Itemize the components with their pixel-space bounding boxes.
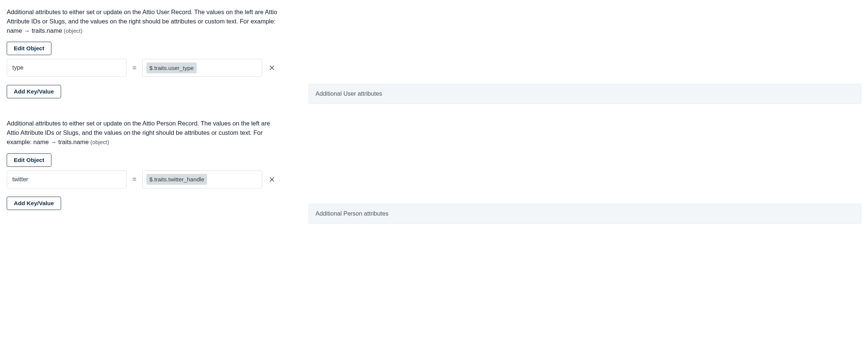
description-text: Additional attributes to either set or u…	[7, 119, 282, 146]
description-type: (object)	[91, 139, 109, 145]
close-icon	[269, 176, 275, 182]
attribute-section-person: Additional attributes to either set or u…	[7, 119, 282, 210]
add-key-value-button[interactable]: Add Key/Value	[7, 85, 61, 98]
value-token: $.traits.twitter_handle	[146, 174, 207, 185]
key-input[interactable]	[7, 171, 127, 188]
equals-sign: =	[132, 63, 137, 73]
remove-row-button[interactable]	[267, 63, 276, 72]
value-token: $.traits.user_type	[146, 63, 197, 73]
add-key-value-button[interactable]: Add Key/Value	[7, 197, 61, 210]
description-main: Additional attributes to either set or u…	[7, 9, 277, 34]
left-column: Additional attributes to either set or u…	[7, 7, 282, 210]
remove-row-button[interactable]	[267, 175, 276, 184]
attribute-section-user: Additional attributes to either set or u…	[7, 7, 282, 98]
key-value-row: = $.traits.user_type	[7, 59, 282, 77]
key-value-row: = $.traits.twitter_handle	[7, 171, 282, 188]
equals-sign: =	[132, 174, 137, 184]
description-type: (object)	[64, 28, 82, 34]
value-input[interactable]: $.traits.twitter_handle	[142, 171, 262, 188]
edit-object-button[interactable]: Edit Object	[7, 153, 51, 167]
form-container: Additional attributes to either set or u…	[7, 7, 861, 224]
right-column: Additional User attributes Additional Pe…	[308, 7, 861, 224]
close-icon	[269, 65, 275, 71]
description-text: Additional attributes to either set or u…	[7, 7, 282, 35]
edit-object-button[interactable]: Edit Object	[7, 42, 51, 55]
section-label-user: Additional User attributes	[308, 84, 861, 104]
section-label-person: Additional Person attributes	[308, 204, 861, 224]
description-main: Additional attributes to either set or u…	[7, 120, 270, 145]
value-input[interactable]: $.traits.user_type	[142, 59, 262, 77]
key-input[interactable]	[7, 59, 127, 77]
